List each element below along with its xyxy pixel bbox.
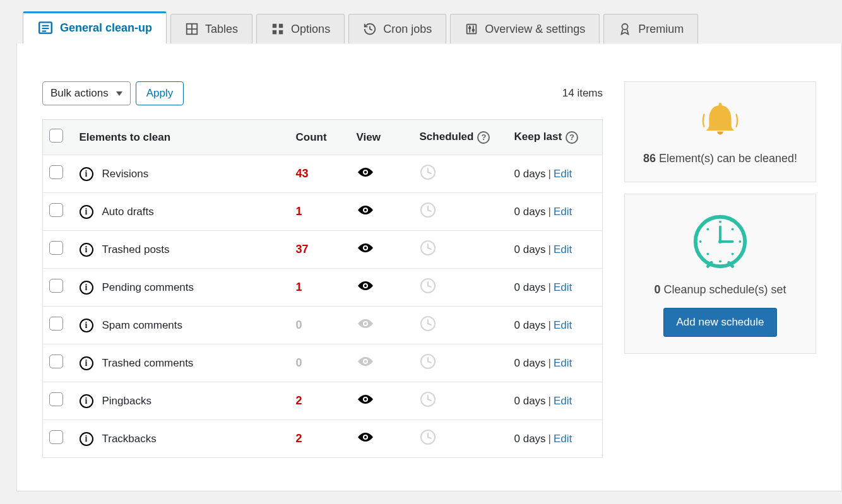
element-name: Trashed comments [102, 357, 194, 370]
tab-premium[interactable]: Premium [603, 14, 698, 44]
row-checkbox[interactable] [49, 203, 63, 217]
edit-link[interactable]: Edit [554, 243, 572, 255]
header-count: Count [290, 120, 350, 155]
clock-icon [420, 429, 436, 445]
element-name: Trackbacks [102, 433, 157, 445]
select-all-checkbox[interactable] [49, 129, 63, 143]
svg-point-62 [719, 221, 721, 223]
edit-link[interactable]: Edit [554, 168, 572, 180]
edit-link[interactable]: Edit [554, 395, 572, 407]
eye-icon[interactable] [357, 393, 374, 406]
count-value: 0 [296, 319, 302, 331]
info-icon[interactable]: i [80, 356, 93, 370]
history-icon [363, 22, 377, 36]
table-row: i Revisions 43 0 days|Edit [43, 155, 603, 193]
tab-cron-jobs[interactable]: Cron jobs [348, 14, 446, 44]
info-icon[interactable]: i [80, 394, 93, 408]
eye-icon[interactable] [357, 431, 374, 443]
bulk-actions-select[interactable]: Bulk actions [42, 81, 131, 105]
tab-overview-settings[interactable]: Overview & settings [450, 14, 600, 44]
element-name: Revisions [102, 168, 149, 180]
svg-point-38 [364, 322, 367, 325]
table-row: i Auto drafts 1 0 days|Edit [43, 193, 603, 231]
clock-icon [420, 202, 436, 218]
tab-general-cleanup[interactable]: General clean-up [23, 11, 167, 44]
eye-icon[interactable] [357, 242, 374, 254]
info-icon[interactable]: i [80, 281, 93, 295]
row-checkbox[interactable] [49, 279, 63, 293]
info-icon[interactable]: i [80, 243, 93, 257]
info-icon[interactable]: i [80, 167, 93, 181]
eye-icon [357, 317, 374, 330]
table-row: i Trashed posts 37 0 days|Edit [43, 231, 603, 269]
svg-point-14 [469, 27, 471, 29]
header-keep: Keep last? [508, 120, 603, 155]
award-icon [618, 22, 632, 36]
edit-link[interactable]: Edit [554, 281, 572, 293]
keep-value: 0 days|Edit [514, 433, 572, 445]
edit-link[interactable]: Edit [554, 433, 572, 445]
schedule-card: 0 Cleanup schedule(s) set Add new schedu… [624, 194, 816, 354]
row-checkbox[interactable] [49, 355, 63, 368]
keep-value: 0 days|Edit [514, 357, 572, 369]
info-icon[interactable]: i [80, 432, 93, 446]
cleanable-count: 86 [643, 152, 656, 165]
alarm-clock-icon [689, 211, 751, 273]
tab-tables[interactable]: Tables [170, 14, 252, 44]
cleanup-table: Elements to clean Count View Scheduled? … [42, 119, 603, 458]
svg-rect-8 [279, 24, 283, 28]
edit-link[interactable]: Edit [554, 206, 572, 218]
keep-value: 0 days|Edit [514, 243, 572, 255]
eye-icon[interactable] [357, 279, 374, 292]
count-value: 2 [296, 432, 302, 445]
svg-point-18 [364, 171, 367, 173]
keep-value: 0 days|Edit [514, 395, 572, 407]
svg-point-68 [706, 253, 709, 255]
svg-point-48 [364, 398, 367, 401]
row-checkbox[interactable] [49, 317, 63, 331]
edit-link[interactable]: Edit [554, 357, 572, 369]
add-schedule-button[interactable]: Add new schedule [663, 308, 778, 337]
apply-button[interactable]: Apply [136, 81, 184, 105]
svg-point-23 [364, 209, 367, 211]
svg-line-21 [428, 172, 431, 173]
keep-value: 0 days|Edit [514, 281, 572, 293]
document-icon [37, 20, 54, 36]
tab-label: General clean-up [60, 21, 152, 35]
svg-point-53 [364, 436, 367, 438]
info-icon[interactable]: i [80, 205, 93, 219]
clock-icon [420, 164, 436, 180]
clock-icon [420, 315, 436, 332]
table-row: i Trashed comments 0 0 days|Edit [43, 344, 603, 382]
help-icon[interactable]: ? [566, 131, 578, 144]
row-checkbox[interactable] [49, 241, 63, 255]
svg-rect-7 [273, 24, 276, 28]
svg-point-33 [364, 284, 367, 287]
row-checkbox[interactable] [49, 430, 63, 444]
tab-label: Premium [638, 23, 684, 36]
svg-line-26 [428, 210, 431, 211]
info-icon[interactable]: i [80, 319, 93, 332]
help-icon[interactable]: ? [477, 131, 490, 144]
eye-icon[interactable] [357, 204, 374, 216]
svg-point-67 [732, 228, 734, 230]
table-row: i Trackbacks 2 0 days|Edit [43, 420, 603, 458]
eye-icon [357, 355, 374, 368]
keep-value: 0 days|Edit [514, 319, 572, 331]
tab-options[interactable]: Options [256, 14, 345, 44]
element-name: Spam comments [102, 319, 183, 332]
row-checkbox[interactable] [49, 392, 63, 406]
row-checkbox[interactable] [49, 165, 63, 179]
eye-icon[interactable] [357, 166, 374, 179]
element-name: Auto drafts [102, 206, 154, 218]
svg-point-43 [364, 360, 367, 363]
svg-rect-11 [467, 25, 477, 34]
clock-icon [420, 240, 436, 256]
svg-rect-10 [279, 30, 283, 34]
clock-icon [420, 353, 436, 370]
edit-link[interactable]: Edit [554, 319, 572, 331]
table-row: i Pending comments 1 0 days|Edit [43, 269, 603, 307]
count-value: 0 [296, 356, 302, 369]
options-icon [271, 22, 285, 36]
cleanable-text: Element(s) can be cleaned! [656, 152, 797, 165]
